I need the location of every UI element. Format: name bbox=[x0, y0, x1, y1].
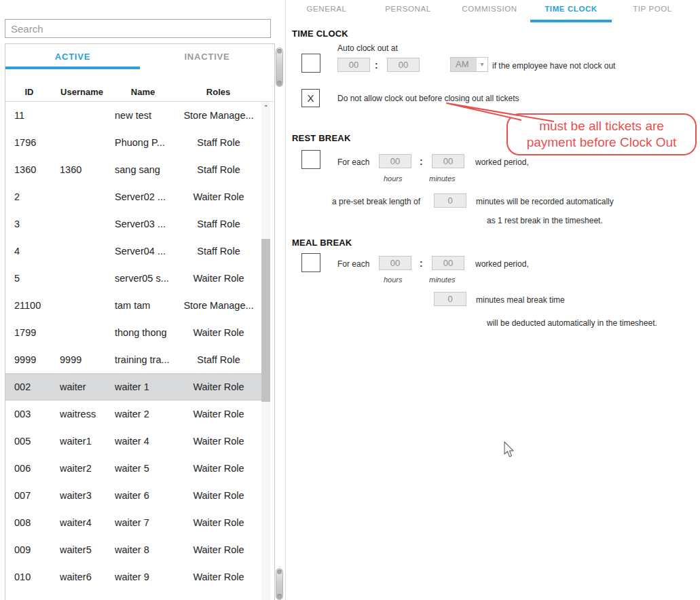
tab-time-clock[interactable]: TIME CLOCK bbox=[530, 0, 612, 22]
table-row[interactable]: 4Server04 ...Staff Role bbox=[5, 238, 265, 265]
cell-id: 008 bbox=[5, 517, 53, 528]
cell-name: tam tam bbox=[111, 300, 175, 311]
meal-break-section-title: MEAL BREAK bbox=[292, 238, 352, 248]
cell-name: Server04 ... bbox=[111, 246, 175, 257]
detail-tab-bar: GENERAL PERSONAL COMMISSION TIME CLOCK T… bbox=[286, 0, 693, 22]
cell-name: waiter 5 bbox=[111, 463, 175, 474]
cell-roles: Staff Role bbox=[175, 137, 265, 148]
table-row[interactable]: 2Server02 ...Waiter Role bbox=[5, 183, 265, 210]
tab-inactive[interactable]: INACTIVE bbox=[140, 44, 274, 69]
meal-break-minutes-label: minutes bbox=[429, 276, 456, 284]
meal-break-time-input[interactable] bbox=[434, 292, 466, 306]
auto-clock-out-checkbox[interactable] bbox=[301, 54, 320, 73]
rest-break-recorded-label: minutes will be recorded automatically bbox=[476, 197, 614, 206]
rest-break-colon: : bbox=[420, 156, 423, 167]
outer-scrollbar-thumb-top[interactable] bbox=[276, 48, 283, 87]
auto-clock-out-label: Auto clock out at bbox=[337, 43, 398, 53]
table-row[interactable]: 13601360sang sangStaff Role bbox=[5, 156, 265, 183]
cell-id: 009 bbox=[5, 544, 53, 555]
meal-break-colon: : bbox=[420, 258, 423, 269]
tab-personal[interactable]: PERSONAL bbox=[367, 0, 449, 22]
cell-roles: Staff Role bbox=[175, 246, 265, 257]
table-row[interactable]: 3Server03 ...Staff Role bbox=[5, 210, 265, 238]
rest-break-minutes-label: minutes bbox=[429, 174, 456, 183]
table-row[interactable]: 008waiter4waiter 7Waiter Role bbox=[5, 509, 265, 536]
cell-name: Server03 ... bbox=[111, 219, 175, 229]
list-scrollbar[interactable]: ˆ bbox=[261, 102, 270, 600]
table-row[interactable]: 006waiter2waiter 5Waiter Role bbox=[5, 455, 265, 482]
table-row[interactable]: 009waiter5waiter 8Waiter Role bbox=[5, 536, 265, 563]
cell-name: Server02 ... bbox=[111, 191, 175, 202]
table-row[interactable]: 1796Phuong P...Staff Role bbox=[5, 129, 265, 156]
ampm-select[interactable]: AM ▾ bbox=[450, 57, 488, 72]
ampm-selected-value: AM bbox=[451, 58, 477, 71]
outer-scrollbar-thumb-bottom[interactable] bbox=[276, 568, 283, 600]
employee-detail-panel: GENERAL PERSONAL COMMISSION TIME CLOCK T… bbox=[286, 0, 700, 600]
meal-break-worked-period-label: worked period, bbox=[475, 259, 529, 269]
table-row[interactable]: 99999999training tra...Staff Role bbox=[5, 346, 265, 373]
rest-break-for-each-label: For each bbox=[337, 157, 369, 167]
cell-roles: Store Manage... bbox=[175, 300, 265, 311]
table-row[interactable]: 007waiter3waiter 6Waiter Role bbox=[5, 482, 265, 509]
meal-break-minute-input[interactable] bbox=[432, 256, 464, 270]
cell-username: waiter1 bbox=[53, 436, 111, 447]
rest-break-worked-period-label: worked period, bbox=[475, 157, 529, 167]
table-row[interactable]: 010waiter6waiter 9Waiter Role bbox=[5, 563, 265, 590]
cell-username: waiter5 bbox=[53, 544, 111, 555]
table-row[interactable]: 002waiterwaiter 1Waiter Role bbox=[5, 373, 265, 400]
cell-id: 1799 bbox=[5, 327, 53, 338]
tab-commission[interactable]: COMMISSION bbox=[449, 0, 530, 22]
meal-break-checkbox[interactable] bbox=[301, 253, 320, 272]
list-tab-bar: ACTIVE INACTIVE bbox=[5, 44, 274, 69]
scroll-up-arrow-icon[interactable]: ˆ bbox=[261, 103, 270, 113]
callout-annotation: must be all tickets are payment before C… bbox=[513, 118, 690, 151]
cell-name: waiter 2 bbox=[111, 409, 175, 419]
callout-line1: must be all tickets are bbox=[513, 118, 690, 134]
auto-clock-out-minute-input[interactable] bbox=[387, 58, 420, 72]
cell-username: waitress bbox=[53, 409, 111, 419]
cell-roles: Staff Role bbox=[175, 354, 265, 365]
rest-break-minute-input[interactable] bbox=[432, 154, 464, 168]
active-tab-underline bbox=[5, 67, 140, 69]
cell-name: waiter 4 bbox=[111, 436, 175, 447]
auto-clock-out-hour-input[interactable] bbox=[337, 58, 370, 72]
cell-name: waiter 9 bbox=[111, 571, 175, 582]
search-input[interactable] bbox=[5, 19, 271, 38]
rest-break-length-input[interactable] bbox=[434, 193, 466, 208]
chevron-down-icon: ▾ bbox=[477, 58, 487, 71]
rest-break-preset-label: a pre-set break length of bbox=[332, 197, 420, 206]
rest-break-checkbox[interactable] bbox=[301, 150, 320, 169]
tab-active[interactable]: ACTIVE bbox=[5, 44, 140, 69]
table-row[interactable]: 1799thong thongWaiter Role bbox=[5, 319, 265, 346]
cell-name: waiter 7 bbox=[111, 517, 175, 528]
table-row[interactable]: 21100tam tamStore Manage... bbox=[5, 292, 265, 319]
cell-roles: Waiter Role bbox=[175, 436, 265, 447]
cell-id: 5 bbox=[5, 273, 53, 284]
table-row[interactable]: 5server05 s...Waiter Role bbox=[5, 265, 265, 292]
list-scrollbar-thumb[interactable] bbox=[261, 239, 270, 402]
cell-username: 1360 bbox=[53, 164, 111, 175]
table-row[interactable]: 003waitresswaiter 2Waiter Role bbox=[5, 400, 265, 428]
table-row[interactable]: 005waiter1waiter 4Waiter Role bbox=[5, 428, 265, 455]
cell-name: training tra... bbox=[111, 354, 175, 365]
cell-username: waiter6 bbox=[53, 571, 111, 582]
cell-name: waiter 8 bbox=[111, 544, 175, 555]
meal-break-hour-input[interactable] bbox=[379, 256, 411, 270]
rest-break-section-title: REST BREAK bbox=[292, 133, 351, 143]
header-name: Name bbox=[111, 87, 175, 97]
no-clockout-checkbox[interactable]: X bbox=[301, 89, 320, 107]
tab-tip-pool[interactable]: TIP POOL bbox=[612, 0, 693, 22]
rest-break-hour-input[interactable] bbox=[379, 154, 411, 168]
cell-roles: Waiter Role bbox=[175, 381, 265, 392]
cell-roles: Staff Role bbox=[175, 219, 265, 229]
callout-line2: payment before Clock Out bbox=[513, 134, 690, 151]
auto-clock-out-suffix: if the employee have not clock out bbox=[492, 61, 615, 71]
header-roles: Roles bbox=[175, 87, 274, 97]
time-clock-section-title: TIME CLOCK bbox=[292, 29, 348, 39]
employee-list-panel: ACTIVE INACTIVE ID Username Name Roles 1… bbox=[5, 43, 275, 600]
cell-username: 9999 bbox=[53, 354, 111, 365]
cell-id: 2 bbox=[5, 191, 53, 202]
tab-general[interactable]: GENERAL bbox=[286, 0, 367, 22]
table-row[interactable]: 11new testStore Manage... bbox=[5, 102, 265, 129]
cell-roles: Store Manage... bbox=[175, 110, 265, 121]
